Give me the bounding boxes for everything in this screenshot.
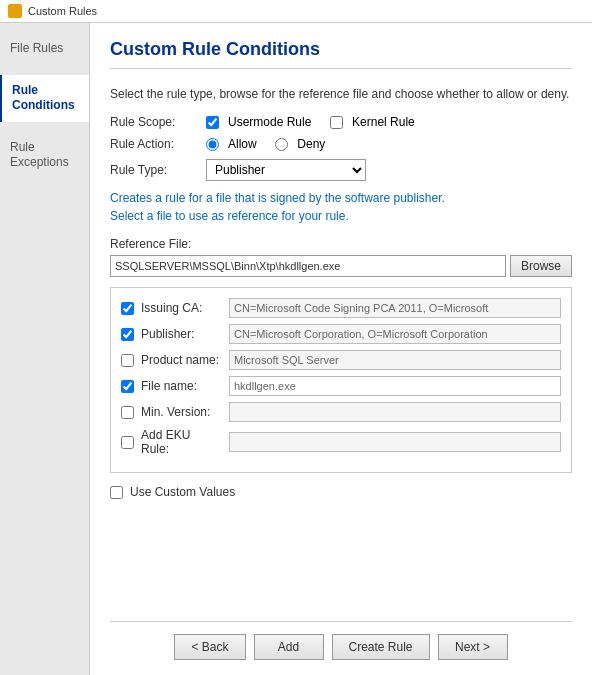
publisher-checkbox[interactable] bbox=[121, 328, 134, 341]
sidebar-item-file-rules[interactable]: File Rules bbox=[0, 33, 89, 65]
allow-label: Allow bbox=[228, 137, 257, 151]
hint-line-1: Creates a rule for a file that is signed… bbox=[110, 189, 572, 207]
condition-issuing-ca-label: Issuing CA: bbox=[121, 301, 221, 315]
kernel-checkbox[interactable] bbox=[330, 116, 343, 129]
rule-type-select[interactable]: Publisher Path Hash bbox=[206, 159, 366, 181]
condition-publisher: Publisher: bbox=[121, 324, 561, 344]
deny-label: Deny bbox=[297, 137, 325, 151]
hint-text: Creates a rule for a file that is signed… bbox=[110, 189, 572, 225]
condition-min-version-label: Min. Version: bbox=[121, 405, 221, 419]
condition-min-version: Min. Version: bbox=[121, 402, 561, 422]
reference-file-section: Reference File: Browse bbox=[110, 237, 572, 277]
condition-add-eku-label: Add EKU Rule: bbox=[121, 428, 221, 456]
file-name-input[interactable] bbox=[229, 376, 561, 396]
condition-product-name-label: Product name: bbox=[121, 353, 221, 367]
condition-issuing-ca: Issuing CA: bbox=[121, 298, 561, 318]
publisher-input[interactable] bbox=[229, 324, 561, 344]
file-name-checkbox[interactable] bbox=[121, 380, 134, 393]
min-version-checkbox[interactable] bbox=[121, 406, 134, 419]
main-container: File Rules Rule Conditions Rule Exceptio… bbox=[0, 23, 592, 675]
rule-scope-row: Rule Scope: Usermode Rule Kernel Rule bbox=[110, 115, 572, 129]
reference-file-label: Reference File: bbox=[110, 237, 572, 251]
rule-action-label: Rule Action: bbox=[110, 137, 200, 151]
condition-add-eku: Add EKU Rule: bbox=[121, 428, 561, 456]
next-button[interactable]: Next > bbox=[438, 634, 508, 660]
rule-type-label: Rule Type: bbox=[110, 163, 200, 177]
condition-file-name-label: File name: bbox=[121, 379, 221, 393]
description-text: Select the rule type, browse for the ref… bbox=[110, 85, 572, 103]
usermode-checkbox[interactable] bbox=[206, 116, 219, 129]
kernel-label: Kernel Rule bbox=[352, 115, 415, 129]
back-button[interactable]: < Back bbox=[174, 634, 245, 660]
product-name-input[interactable] bbox=[229, 350, 561, 370]
deny-radio[interactable] bbox=[275, 138, 288, 151]
allow-radio[interactable] bbox=[206, 138, 219, 151]
use-custom-label: Use Custom Values bbox=[130, 485, 235, 499]
condition-publisher-label: Publisher: bbox=[121, 327, 221, 341]
product-name-checkbox[interactable] bbox=[121, 354, 134, 367]
sidebar-item-rule-exceptions[interactable]: Rule Exceptions bbox=[0, 132, 89, 179]
browse-button[interactable]: Browse bbox=[510, 255, 572, 277]
reference-file-input[interactable] bbox=[110, 255, 506, 277]
title-bar: Custom Rules bbox=[0, 0, 592, 23]
reference-file-row: Browse bbox=[110, 255, 572, 277]
rule-scope-label: Rule Scope: bbox=[110, 115, 200, 129]
content-area: Custom Rule Conditions Select the rule t… bbox=[90, 23, 592, 675]
rule-action-row: Rule Action: Allow Deny bbox=[110, 137, 572, 151]
sidebar-item-rule-conditions[interactable]: Rule Conditions bbox=[0, 75, 89, 122]
use-custom-values-row: Use Custom Values bbox=[110, 485, 572, 499]
issuing-ca-input[interactable] bbox=[229, 298, 561, 318]
issuing-ca-checkbox[interactable] bbox=[121, 302, 134, 315]
title-bar-text: Custom Rules bbox=[28, 5, 97, 17]
hint-line-2: Select a file to use as reference for yo… bbox=[110, 207, 572, 225]
usermode-label: Usermode Rule bbox=[228, 115, 311, 129]
condition-file-name: File name: bbox=[121, 376, 561, 396]
add-eku-checkbox[interactable] bbox=[121, 436, 134, 449]
add-eku-input[interactable] bbox=[229, 432, 561, 452]
condition-product-name: Product name: bbox=[121, 350, 561, 370]
use-custom-checkbox[interactable] bbox=[110, 486, 123, 499]
conditions-section: Issuing CA: Publisher: Product name: bbox=[110, 287, 572, 473]
page-title: Custom Rule Conditions bbox=[110, 39, 572, 69]
sidebar: File Rules Rule Conditions Rule Exceptio… bbox=[0, 23, 90, 675]
footer: < Back Add Create Rule Next > bbox=[110, 621, 572, 660]
create-rule-button[interactable]: Create Rule bbox=[332, 634, 430, 660]
add-button[interactable]: Add bbox=[254, 634, 324, 660]
rule-type-row: Rule Type: Publisher Path Hash bbox=[110, 159, 572, 181]
min-version-input[interactable] bbox=[229, 402, 561, 422]
app-icon bbox=[8, 4, 22, 18]
